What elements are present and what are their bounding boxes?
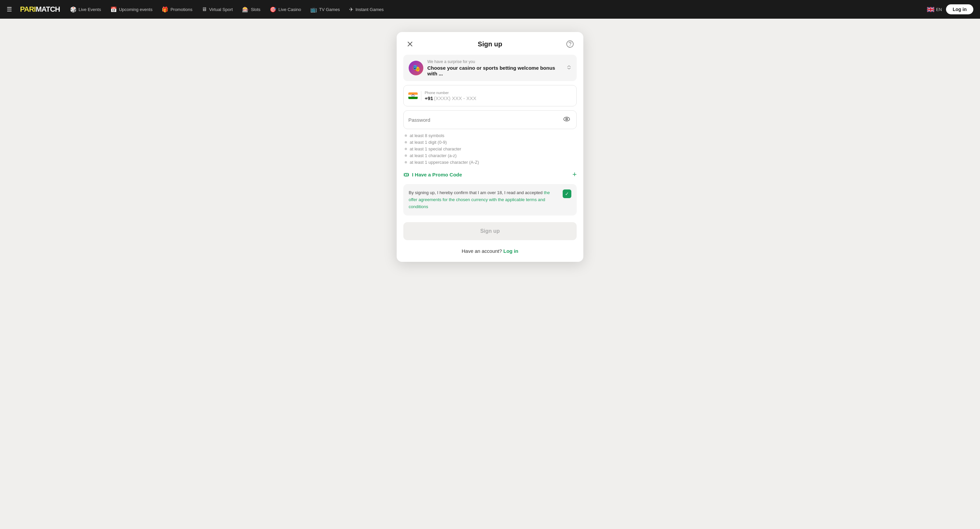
logo-pari: PARI <box>20 6 36 13</box>
modal-body: 🎭 We have a surprise for you Choose your… <box>397 55 583 262</box>
live-events-icon: 🎲 <box>70 6 77 13</box>
rule-dot <box>405 161 407 163</box>
rule-item: at least 1 character (a-z) <box>405 153 575 158</box>
terms-text: By signing up, I hereby confirm that I a… <box>409 190 558 210</box>
signup-button-wrapper: Sign up <box>403 220 577 242</box>
rule-text: at least 1 digit (0-9) <box>410 140 447 145</box>
add-promo-button[interactable]: + <box>572 170 577 179</box>
page-content: Sign up 🎭 We have a surprise for you Cho… <box>0 19 980 529</box>
rule-text: at least 8 symbols <box>410 133 444 138</box>
live-casino-icon: 🎯 <box>270 6 276 13</box>
bonus-description: Choose your casino or sports betting wel… <box>427 65 563 76</box>
promo-code-row: 🎟 I Have a Promo Code + <box>403 169 577 180</box>
nav-item-live-casino[interactable]: 🎯 Live Casino <box>266 4 304 15</box>
country-selector[interactable] <box>408 92 418 99</box>
promo-label: I Have a Promo Code <box>412 172 462 177</box>
phone-prefix: +91 <box>425 96 433 101</box>
have-account-text: Have an account? Log in <box>403 245 577 255</box>
rule-dot <box>405 134 407 137</box>
modal-close-button[interactable] <box>405 39 415 49</box>
phone-value: +91 (XXXX) XXX - XXX <box>425 96 572 101</box>
logo-match: MATCH <box>36 6 60 13</box>
phone-divider <box>421 91 422 100</box>
checkbox-checked-icon[interactable]: ✓ <box>563 190 571 198</box>
rule-dot <box>405 141 407 143</box>
login-link[interactable]: Log in <box>503 248 518 254</box>
bonus-label: We have a surprise for you <box>427 59 563 64</box>
upcoming-events-icon: 📅 <box>110 6 117 13</box>
rule-item: at least 1 digit (0-9) <box>405 140 575 145</box>
svg-point-2 <box>570 45 570 46</box>
nav-item-live-casino-label: Live Casino <box>278 7 301 12</box>
slots-icon: 🎰 <box>242 6 249 13</box>
terms-checkbox[interactable]: ✓ <box>563 190 571 198</box>
signup-modal: Sign up 🎭 We have a surprise for you Cho… <box>397 32 583 262</box>
have-account-label: Have an account? <box>462 248 502 254</box>
bonus-avatar-icon: 🎭 <box>409 61 423 75</box>
instant-games-icon: ✈ <box>349 6 353 13</box>
rule-dot <box>405 155 407 157</box>
rule-text: at least 1 uppercase character (A-Z) <box>410 160 479 165</box>
password-rules: at least 8 symbols at least 1 digit (0-9… <box>403 133 577 165</box>
modal-title: Sign up <box>478 40 502 48</box>
phone-input-inner: Phone number +91 (XXXX) XXX - XXX <box>425 91 572 101</box>
promo-left: 🎟 I Have a Promo Code <box>403 171 462 178</box>
navbar: ☰ PARI MATCH 🎲 Live Events 📅 Upcoming ev… <box>0 0 980 19</box>
virtual-sport-icon: 🖥 <box>202 6 207 12</box>
hamburger-icon[interactable]: ☰ <box>7 6 12 13</box>
nav-item-slots-label: Slots <box>251 7 260 12</box>
nav-item-tv-games-label: TV Games <box>319 7 340 12</box>
nav-item-live-events[interactable]: 🎲 Live Events <box>67 4 104 15</box>
rule-item: at least 8 symbols <box>405 133 575 138</box>
rule-item: at least 1 special character <box>405 147 575 151</box>
terms-before-link: By signing up, I hereby confirm that I a… <box>409 190 544 195</box>
logo[interactable]: PARI MATCH <box>20 6 60 13</box>
password-input-field[interactable] <box>403 110 577 129</box>
login-button[interactable]: Log in <box>946 4 973 14</box>
expand-icon <box>567 65 571 71</box>
navbar-right: EN Log in <box>927 4 973 14</box>
nav-item-virtual-sport-label: Virtual Sport <box>209 7 233 12</box>
toggle-password-visibility-button[interactable] <box>562 114 572 126</box>
svg-point-5 <box>566 118 567 119</box>
promo-icon: 🎟 <box>403 171 409 178</box>
language-label: EN <box>936 7 942 12</box>
language-selector[interactable]: EN <box>927 7 942 12</box>
bonus-banner[interactable]: 🎭 We have a surprise for you Choose your… <box>403 55 577 81</box>
nav-item-tv-games[interactable]: 📺 TV Games <box>307 4 343 15</box>
promotions-icon: 🎁 <box>162 6 168 13</box>
phone-placeholder: (XXXX) XXX - XXX <box>434 96 476 101</box>
nav-item-live-events-label: Live Events <box>79 7 101 12</box>
nav-item-virtual-sport[interactable]: 🖥 Virtual Sport <box>198 4 236 14</box>
rule-text: at least 1 character (a-z) <box>410 153 457 158</box>
nav-item-instant-games[interactable]: ✈ Instant Games <box>346 4 387 15</box>
password-input[interactable] <box>408 117 562 123</box>
bonus-text: We have a surprise for you Choose your c… <box>427 59 563 76</box>
rule-item: at least 1 uppercase character (A-Z) <box>405 160 575 165</box>
rule-text: at least 1 special character <box>410 147 461 151</box>
support-icon <box>566 40 574 48</box>
phone-field-label: Phone number <box>425 91 572 95</box>
nav-item-upcoming-events-label: Upcoming events <box>119 7 152 12</box>
tv-games-icon: 📺 <box>310 6 317 13</box>
nav-item-promotions[interactable]: 🎁 Promotions <box>158 4 196 15</box>
india-flag-icon <box>408 92 418 99</box>
rule-dot <box>405 148 407 150</box>
modal-header: Sign up <box>397 32 583 55</box>
nav-item-slots[interactable]: 🎰 Slots <box>239 4 264 15</box>
close-icon <box>407 41 413 47</box>
terms-box: By signing up, I hereby confirm that I a… <box>403 184 577 215</box>
nav-item-upcoming-events[interactable]: 📅 Upcoming events <box>107 4 156 15</box>
signup-button[interactable]: Sign up <box>403 222 577 240</box>
nav-item-instant-games-label: Instant Games <box>355 7 383 12</box>
phone-input-field[interactable]: Phone number +91 (XXXX) XXX - XXX <box>403 85 577 107</box>
uk-flag-icon <box>927 7 934 12</box>
svg-point-1 <box>567 41 573 47</box>
eye-icon <box>563 115 570 123</box>
support-button[interactable] <box>565 39 575 49</box>
nav-item-promotions-label: Promotions <box>170 7 192 12</box>
